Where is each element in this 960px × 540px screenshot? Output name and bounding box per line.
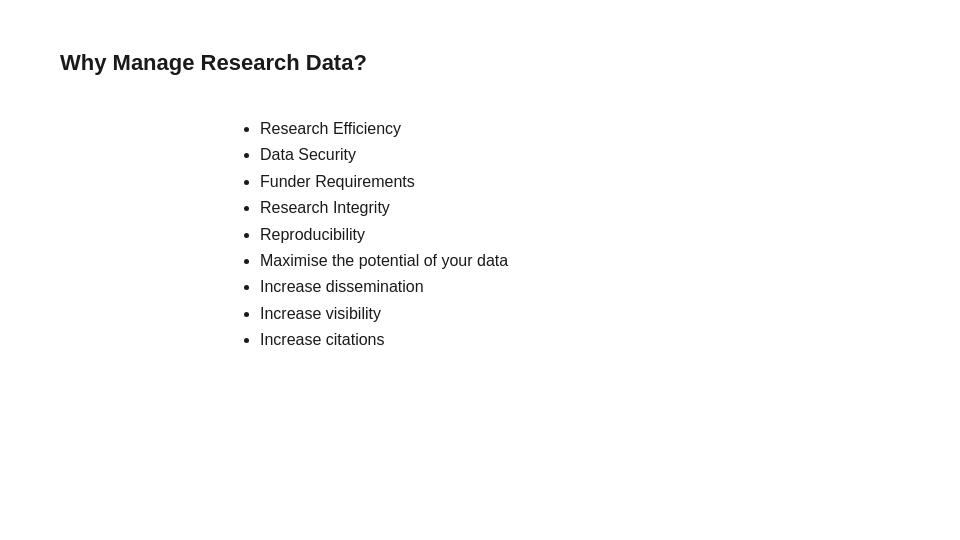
bullet-item-8: Increase citations [260, 327, 900, 353]
slide-page: Why Manage Research Data? Research Effic… [0, 0, 960, 540]
bullet-item-6: Increase dissemination [260, 274, 900, 300]
bullet-item-5: Maximise the potential of your data [260, 248, 900, 274]
bullet-item-3: Research Integrity [260, 195, 900, 221]
bullet-list: Research EfficiencyData SecurityFunder R… [240, 116, 900, 354]
bullet-item-1: Data Security [260, 142, 900, 168]
bullet-item-2: Funder Requirements [260, 169, 900, 195]
content-area: Research EfficiencyData SecurityFunder R… [60, 116, 900, 354]
slide-title: Why Manage Research Data? [60, 50, 900, 76]
bullet-item-7: Increase visibility [260, 301, 900, 327]
bullet-item-0: Research Efficiency [260, 116, 900, 142]
bullet-item-4: Reproducibility [260, 222, 900, 248]
